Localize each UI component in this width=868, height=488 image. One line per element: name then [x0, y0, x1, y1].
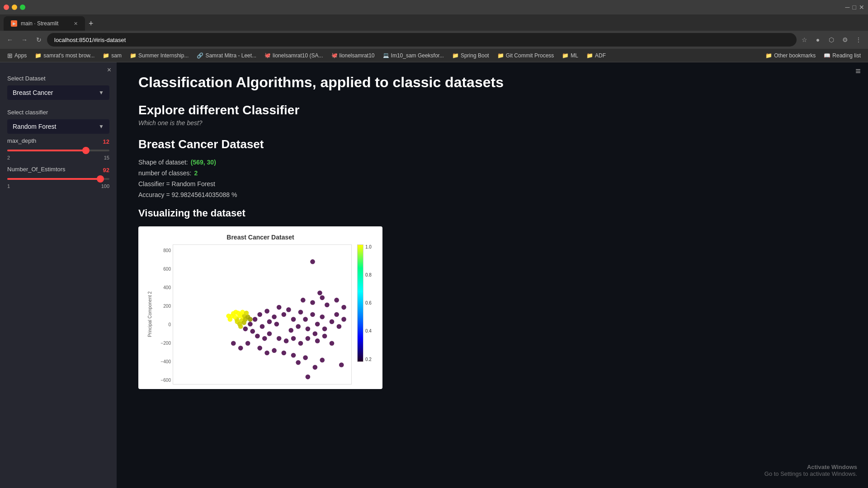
y-tick-neg400: −400	[160, 359, 171, 364]
window-minimize-icon[interactable]: ─	[845, 4, 850, 11]
window-minimize-btn[interactable]	[12, 5, 17, 10]
bookmark-folder-icon-7: 📁	[586, 52, 593, 59]
shape-value: (569, 30)	[191, 159, 216, 166]
estimators-label: Number_Of_Estimtors	[7, 166, 66, 173]
svg-point-37	[322, 333, 327, 338]
bookmark-im10-sam[interactable]: 💻 Im10_sam Geeksfor...	[379, 52, 448, 60]
svg-point-50	[296, 360, 301, 365]
y-tick-0: 0	[168, 322, 171, 327]
new-tab-button[interactable]: +	[85, 16, 97, 31]
shape-info-row: Shape of dataset: (569, 30)	[138, 159, 846, 166]
svg-point-13	[303, 317, 308, 322]
dataset-select-arrow: ▼	[99, 89, 104, 96]
y-tick-600: 600	[163, 267, 171, 272]
bookmark-lionelsamrat10-sa[interactable]: 🐙 lionelsamrat10 (SA...	[261, 52, 326, 60]
window-close-btn[interactable]	[4, 5, 9, 10]
max-depth-slider-wrapper[interactable]	[7, 150, 109, 151]
svg-point-21	[334, 312, 339, 317]
svg-point-44	[341, 305, 346, 310]
svg-point-25	[248, 322, 253, 327]
svg-point-23	[341, 317, 346, 322]
svg-point-2	[272, 314, 277, 319]
classifier-select[interactable]: Random Forest ▼	[7, 119, 109, 134]
estimators-slider-wrapper[interactable]	[7, 178, 109, 180]
svg-point-32	[284, 338, 289, 343]
bookmark-apps[interactable]: ⊞ Apps	[4, 51, 30, 60]
bookmark-samrats-most-label: samrat's most brow...	[43, 52, 94, 59]
max-depth-fill	[7, 150, 86, 151]
classes-info-row: number of classes: 2	[138, 169, 846, 177]
hamburger-menu-icon[interactable]: ≡	[855, 66, 861, 76]
svg-point-47	[272, 348, 277, 353]
svg-point-4	[267, 319, 272, 324]
bookmark-ml[interactable]: 📁 ML	[558, 52, 582, 60]
bookmark-im10-sam-label: Im10_sam Geeksfor...	[391, 52, 444, 59]
bookmark-spring-boot-label: Spring Boot	[461, 52, 489, 59]
bookmark-reading-list[interactable]: 📖 Reading list	[820, 52, 864, 60]
forward-button[interactable]: →	[18, 33, 31, 46]
svg-point-15	[310, 312, 315, 317]
bookmark-summer-internship-label: Summer Internship...	[138, 52, 189, 59]
profile-icon[interactable]: ●	[812, 34, 824, 46]
sidebar-close-button[interactable]: ×	[107, 66, 111, 74]
bookmark-apps-label: Apps	[14, 52, 27, 59]
bookmark-adf[interactable]: 📁 ADF	[583, 52, 609, 60]
svg-point-26	[243, 326, 248, 331]
svg-point-19	[313, 331, 318, 336]
bookmark-lionelsamrat10-sa-label: lionelsamrat10 (SA...	[273, 52, 323, 59]
page-title: Classification Algorithms, applied to cl…	[138, 73, 846, 92]
bookmark-folder-icon-3: 📁	[130, 52, 137, 59]
estimators-max: 100	[101, 183, 109, 189]
back-button[interactable]: ←	[4, 33, 16, 46]
settings-icon[interactable]: ⚙	[839, 34, 851, 46]
svg-point-46	[310, 259, 315, 264]
svg-point-29	[262, 336, 267, 341]
svg-point-24	[253, 317, 258, 322]
extensions-icon[interactable]: ⬡	[826, 34, 837, 46]
bookmark-spring-boot[interactable]: 📁 Spring Boot	[448, 52, 493, 60]
section-subtitle: Which one is the best?	[138, 119, 846, 127]
max-depth-value: 12	[103, 138, 109, 145]
classifier-select-arrow: ▼	[99, 123, 104, 130]
svg-point-54	[245, 341, 250, 346]
bookmark-link-icon-3: 🐙	[331, 52, 338, 58]
bookmark-git-commit[interactable]: 📁 Git Commit Process	[494, 52, 558, 60]
accuracy-info-row: Accuracy = 92.98245614035088 %	[138, 191, 846, 198]
tab-close-button[interactable]: ✕	[74, 21, 78, 27]
svg-point-27	[250, 328, 255, 333]
bookmark-samrat-leet[interactable]: 🔗 Samrat Mitra - Leet...	[193, 52, 260, 60]
refresh-button[interactable]: ↻	[33, 33, 45, 46]
bookmark-samrats-most[interactable]: 📁 samrat's most brow...	[31, 52, 98, 60]
svg-point-39	[301, 297, 306, 302]
bookmark-other-label: Other bookmarks	[774, 52, 816, 59]
svg-point-3	[277, 305, 282, 310]
svg-point-78	[231, 311, 236, 316]
bookmark-summer-internship[interactable]: 📁 Summer Internship...	[126, 52, 192, 60]
browser-tab-active[interactable]: ▶ main · Streamlit ✕	[4, 16, 85, 31]
max-depth-thumb[interactable]	[82, 147, 90, 154]
colorbar-label-02: 0.2	[365, 357, 372, 362]
main-content: ≡ Classification Algorithms, applied to …	[117, 62, 868, 488]
svg-point-5	[281, 312, 286, 317]
svg-point-53	[264, 350, 269, 355]
more-options-icon[interactable]: ⋮	[853, 34, 864, 46]
estimators-thumb[interactable]	[97, 175, 104, 183]
bookmark-lionelsamrat10[interactable]: 🐙 lionelsamrat10	[328, 52, 378, 60]
svg-point-40	[310, 300, 315, 305]
estimators-fill	[7, 178, 100, 180]
svg-point-60	[306, 374, 311, 379]
bookmark-star-icon[interactable]: ☆	[798, 34, 810, 46]
bookmark-sam[interactable]: 📁 sam	[99, 52, 125, 60]
colorbar-label-04: 0.4	[365, 328, 372, 333]
bookmark-samrat-leet-label: Samrat Mitra - Leet...	[205, 52, 256, 59]
svg-point-22	[337, 324, 342, 329]
y-tick-neg200: −200	[160, 341, 171, 346]
window-close-icon[interactable]: ✕	[859, 4, 864, 11]
window-maximize-btn[interactable]	[20, 5, 25, 10]
bookmark-other[interactable]: 📁 Other bookmarks	[762, 52, 819, 60]
window-restore-icon[interactable]: □	[853, 4, 856, 11]
address-bar[interactable]	[47, 33, 797, 47]
browser-chrome: ─ □ ✕ ▶ main · Streamlit ✕ + ← → ↻ ☆ ● ⬡…	[0, 0, 868, 62]
max-depth-min: 2	[7, 155, 10, 160]
dataset-select[interactable]: Breast Cancer ▼	[7, 85, 109, 100]
